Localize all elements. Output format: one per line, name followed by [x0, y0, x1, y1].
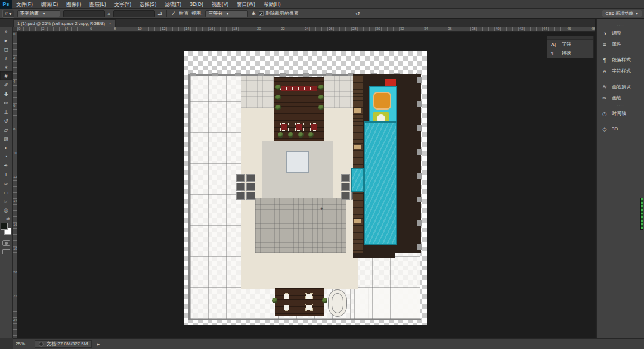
ruler-tick-label: 26: [329, 27, 333, 31]
path-selection-tool[interactable]: ▻: [0, 179, 13, 188]
checkbox-checked-icon[interactable]: ✓: [259, 11, 264, 16]
active-tool-badge[interactable]: # ▾: [2, 10, 14, 18]
swap-colors-icon[interactable]: ⇄: [2, 217, 10, 222]
screen-mode-button[interactable]: [2, 249, 10, 254]
plant: [298, 132, 304, 138]
dodge-tool[interactable]: ◔: [0, 152, 13, 161]
panel-3d[interactable]: ◇ 3D: [597, 124, 644, 134]
tools-panel: » ▸ ◻ ≀ ✳ # ✐: [0, 27, 13, 338]
menu-item[interactable]: 文件(F): [12, 0, 37, 9]
shape-tool[interactable]: ▭: [0, 188, 13, 197]
close-icon[interactable]: ×: [109, 21, 112, 26]
panel-icon: ✑: [601, 95, 608, 101]
workspace-switcher[interactable]: CS6 新增功能 ▾: [602, 10, 642, 17]
crop-options-bar: # ▾ 不受约束 ▾ x ⇄ ∠ 拉直 视图: 三等分 ▾ ✱ ✓ 删除裁剪的像…: [0, 9, 644, 18]
spa-lounge-orange: [373, 92, 391, 110]
marquee-tool[interactable]: ◻: [0, 45, 13, 54]
blur-tool[interactable]: ◐: [0, 143, 13, 152]
overlay-view-select[interactable]: 三等分 ▾: [205, 10, 248, 17]
ruler-tick-label: 8: [114, 27, 116, 31]
healing-brush-tool[interactable]: ✚: [0, 89, 13, 98]
history-brush-tool[interactable]: ↺: [0, 116, 13, 125]
menu-item[interactable]: 帮助(H): [259, 0, 285, 9]
plant: [308, 132, 314, 138]
tool-icon: ✏: [4, 100, 8, 106]
move-tool[interactable]: ▸: [0, 36, 13, 45]
floor-plan-image[interactable]: +: [184, 51, 427, 325]
canvas-pasteboard[interactable]: +: [17, 32, 595, 338]
panel-adjustments[interactable]: ◑ 调整: [597, 28, 644, 38]
tool-icon: ↺: [4, 118, 8, 124]
overlay-view-value: 三等分: [208, 10, 222, 17]
menu-item[interactable]: 图像(I): [62, 0, 85, 9]
clone-stamp-tool[interactable]: ⊥: [0, 107, 13, 116]
brush-tool[interactable]: ✏: [0, 98, 13, 107]
menu-item[interactable]: 滤镜(T): [160, 0, 185, 9]
menu-item[interactable]: 图层(L): [85, 0, 110, 9]
chevron-down-icon: ▾: [9, 11, 12, 17]
pen-tool[interactable]: ✒: [0, 161, 13, 170]
status-expand-arrow-icon[interactable]: ▶: [97, 342, 100, 346]
straighten-button[interactable]: 拉直: [179, 10, 188, 17]
entry-table: [284, 305, 289, 310]
menu-item[interactable]: 视图(V): [208, 0, 233, 9]
panel-paragraph[interactable]: ¶ 段落: [547, 49, 593, 58]
divider: [166, 10, 167, 17]
tool-icon: ✐: [4, 82, 8, 88]
menu-item[interactable]: 3D(D): [185, 0, 208, 9]
ruler-tick-label: 42: [519, 27, 524, 31]
reset-icon[interactable]: ↺: [355, 11, 360, 17]
crop-preset-value: 不受约束: [20, 10, 39, 17]
panel-paragraph-styles[interactable]: ¶ 段落样式: [597, 55, 644, 65]
document-info-box[interactable]: 文档:27.8M/327.5M: [35, 340, 92, 348]
ruler-tick-label: 22: [13, 294, 17, 298]
crop-width-field[interactable]: [63, 10, 105, 17]
tool-icon: ☞: [4, 198, 8, 204]
table: [281, 124, 287, 130]
ruler-tick-label: 24: [305, 27, 309, 31]
panel-brush-presets[interactable]: ≋ 画笔预设: [597, 82, 644, 92]
chevron-down-icon: ▾: [43, 11, 45, 16]
panel-brush[interactable]: ✑ 画笔: [597, 93, 644, 103]
lasso-tool[interactable]: ≀: [0, 54, 13, 63]
crop-tool[interactable]: #: [0, 71, 13, 80]
panel-label: 时间轴: [612, 110, 626, 117]
menu-item[interactable]: 窗口(W): [233, 0, 259, 9]
collapse-tools-icon[interactable]: »: [0, 27, 13, 36]
dimension-separator: x: [108, 11, 110, 16]
plant: [275, 85, 281, 90]
zoom-tool[interactable]: ◎: [0, 205, 13, 214]
ruler-tick-label: 2: [42, 27, 44, 31]
crop-preset-select[interactable]: 不受约束 ▾: [17, 10, 60, 17]
panel-character-styles[interactable]: A 字符样式: [597, 66, 644, 76]
crop-height-field[interactable]: [113, 10, 155, 17]
horizontal-ruler[interactable]: 0246810121416182022242628303234363840424…: [17, 27, 595, 32]
quick-mask-button[interactable]: [2, 240, 10, 246]
tool-icon: ≀: [5, 55, 7, 61]
ruler-origin-corner[interactable]: [13, 27, 17, 32]
menu-item[interactable]: 文字(Y): [110, 0, 135, 9]
panel-properties[interactable]: ≡ 属性: [597, 39, 644, 49]
cad-rooms-left: [190, 76, 243, 319]
eyedropper-tool[interactable]: ✐: [0, 80, 13, 89]
panel-character[interactable]: A| 字符: [547, 40, 593, 49]
panel-timeline[interactable]: ◷ 时间轴: [597, 108, 644, 119]
type-tool[interactable]: T: [0, 170, 13, 179]
delete-cropped-pixels-option[interactable]: ✓ 删除裁剪的像素: [259, 10, 299, 17]
menu-item[interactable]: 选择(S): [135, 0, 160, 9]
swap-dimensions-icon[interactable]: ⇄: [158, 11, 163, 17]
eraser-tool[interactable]: ▱: [0, 125, 13, 134]
vertical-ruler[interactable]: 024681012141618202224: [13, 32, 17, 338]
crop-settings-gear-icon[interactable]: ✱: [251, 11, 256, 17]
document-tab[interactable]: 1 (1).psd @ 25% (sell space 2 copy, RGB/…: [13, 19, 116, 27]
gradient-tool[interactable]: ▨: [0, 134, 13, 143]
quick-selection-tool[interactable]: ✳: [0, 63, 13, 71]
zoom-level-field[interactable]: 25%: [16, 341, 31, 347]
ruler-tick-label: 14: [185, 27, 190, 31]
panel-label: 字符样式: [612, 68, 631, 74]
hand-tool[interactable]: ☞: [0, 197, 13, 205]
document-tab-bar: 1 (1).psd @ 25% (sell space 2 copy, RGB/…: [0, 19, 595, 27]
foreground-color-swatch[interactable]: [1, 223, 8, 230]
building-wall-bottom: [188, 319, 421, 320]
menu-item[interactable]: 编辑(E): [37, 0, 62, 9]
